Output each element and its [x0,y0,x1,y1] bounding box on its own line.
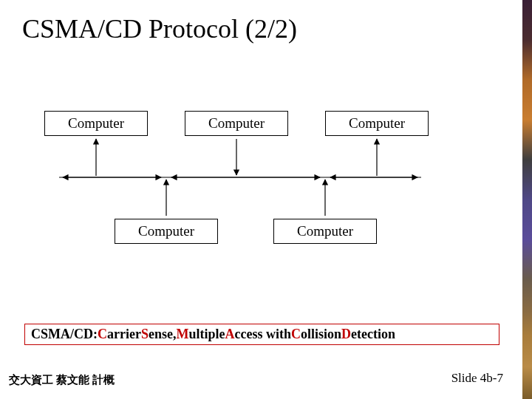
def-rest-0: arrier [107,327,141,342]
computer-node-bottom-2: Computer [273,219,377,244]
def-hl-3: A [225,327,235,342]
def-hl-2: M [176,327,188,342]
computer-node-top-2: Computer [185,111,288,136]
def-prefix: CSMA/CD: [31,327,98,342]
def-rest-3: ccess with [235,327,291,342]
def-hl-1: S [141,327,149,342]
def-rest-1: ense, [149,327,177,342]
def-rest-5: etection [351,327,395,342]
computer-node-bottom-1: Computer [115,219,218,244]
footer-left: 交大資工 蔡文能 計概 [9,373,115,387]
slide-number: Slide 4b-7 [451,371,503,386]
def-hl-4: C [291,327,301,342]
csma-cd-definition: CSMA/CD: Carrier Sense, Multiple Access … [24,324,499,345]
def-rest-4: ollision [301,327,341,342]
computer-node-top-3: Computer [325,111,429,136]
def-hl-5: D [341,327,351,342]
slide-title: CSMA/CD Protocol (2/2) [22,13,297,44]
decorative-side-stripe [522,0,532,399]
def-hl-0: C [98,327,107,342]
def-rest-2: ultiple [188,327,225,342]
computer-node-top-1: Computer [44,111,148,136]
